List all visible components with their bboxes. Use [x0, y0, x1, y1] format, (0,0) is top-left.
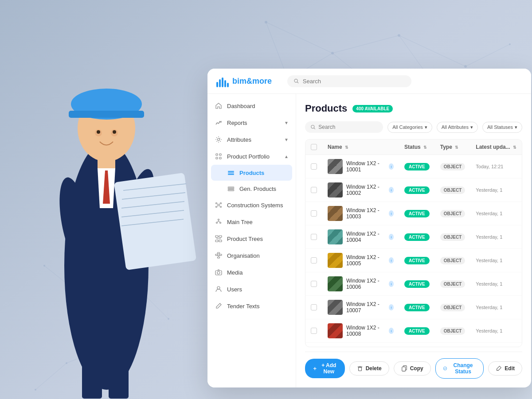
sidebar-item-product-portfolio[interactable]: Product Portfolio ▲ [207, 148, 296, 165]
logo-bar-1 [216, 82, 218, 87]
product-thumb-7 [328, 323, 343, 338]
row-name-6: Window 1X2 - 10007 i [322, 296, 399, 319]
row-select-checkbox-4[interactable] [311, 257, 317, 263]
row-checkbox-3[interactable] [305, 225, 322, 249]
svg-point-86 [220, 222, 221, 224]
row-checkbox-5[interactable] [305, 272, 322, 296]
add-new-button[interactable]: ＋ + Add New [305, 359, 345, 378]
svg-rect-70 [228, 173, 234, 174]
logo-bar-4 [224, 80, 226, 87]
svg-rect-92 [215, 240, 218, 242]
tree-icon [215, 218, 223, 226]
sidebar-item-construction-systems[interactable]: Construction Systems [207, 197, 296, 213]
row-select-checkbox-2[interactable] [311, 210, 317, 217]
product-search[interactable] [305, 121, 383, 133]
product-thumb-2 [328, 206, 343, 221]
sidebar-subitem-products[interactable]: Products [211, 165, 292, 181]
info-dot-0[interactable]: i [389, 163, 394, 170]
status-column-header[interactable]: Status ⇅ [399, 139, 435, 155]
global-search-input[interactable] [303, 78, 405, 85]
sidebar-label-reports: Reports [227, 120, 280, 126]
page-header: Products 400 AVAILABLE [305, 103, 522, 114]
row-select-checkbox-5[interactable] [311, 281, 317, 287]
main-panel: Products 400 AVAILABLE All Categories ▾ [296, 94, 531, 387]
svg-line-88 [217, 221, 219, 222]
sidebar-label-attributes: Attributes [227, 136, 280, 143]
table-row: Window 1X2 - 10004 i ACTIVE OBJECT Yeste… [305, 225, 522, 249]
info-dot-6[interactable]: i [389, 304, 394, 310]
copy-button[interactable]: Copy [394, 361, 431, 376]
edit-button[interactable]: Edit [488, 361, 522, 376]
name-cell-1: Window 1X2 - 10002 i [328, 182, 394, 198]
select-all-checkbox[interactable] [311, 144, 317, 150]
row-select-checkbox-0[interactable] [311, 163, 317, 170]
info-dot-3[interactable]: i [389, 234, 394, 240]
svg-line-63 [297, 82, 298, 83]
row-select-checkbox-1[interactable] [311, 187, 317, 193]
sidebar-item-organisation[interactable]: Organisation [207, 247, 296, 264]
row-checkbox-4[interactable] [305, 249, 322, 272]
attributes-filter[interactable]: All Attributes ▾ [437, 122, 478, 133]
name-column-header[interactable]: Name ⇅ [322, 139, 399, 155]
product-search-input[interactable] [318, 124, 378, 130]
product-thumb-5 [328, 276, 343, 291]
status-badge-6: ACTIVE [404, 304, 430, 311]
row-select-checkbox-6[interactable] [311, 304, 317, 310]
type-column-header[interactable]: Type ⇅ [435, 139, 471, 155]
row-checkbox-6[interactable] [305, 296, 322, 319]
type-badge-4: OBJECT [440, 257, 466, 264]
name-cell-4: Window 1X2 - 10005 i [328, 253, 394, 268]
row-updated-5: Yesterday, 1 [470, 272, 522, 296]
attributes-label: All Attributes [442, 124, 469, 130]
info-dot-2[interactable]: i [389, 210, 394, 217]
sidebar-item-main-tree[interactable]: Main Tree [207, 213, 296, 230]
sidebar-item-tender-texts[interactable]: Tender Texts [207, 298, 296, 314]
sidebar-label-media: Media [227, 269, 289, 276]
row-checkbox-1[interactable] [305, 178, 322, 202]
change-status-button[interactable]: Change Status [435, 358, 484, 379]
row-checkbox-0[interactable] [305, 155, 322, 178]
sidebar-item-attributes[interactable]: Attributes ▼ [207, 131, 296, 148]
svg-point-85 [216, 222, 218, 224]
info-dot-7[interactable]: i [389, 328, 394, 334]
row-select-checkbox-7[interactable] [311, 328, 317, 334]
statuses-label: All Statuses [487, 124, 513, 130]
svg-rect-98 [218, 252, 220, 254]
row-updated-1: Yesterday, 1 [470, 178, 522, 202]
sidebar-subitem-gen-products[interactable]: Gen. Products [207, 181, 296, 197]
info-dot-5[interactable]: i [389, 281, 394, 287]
logo-area: bim&more [216, 75, 287, 87]
row-checkbox-7[interactable] [305, 319, 322, 343]
sidebar-label-main-tree: Main Tree [227, 219, 289, 225]
sidebar-item-users[interactable]: Users [207, 281, 296, 298]
info-dot-1[interactable]: i [389, 187, 394, 193]
delete-button[interactable]: Delete [349, 361, 389, 376]
svg-point-78 [216, 206, 217, 208]
sidebar-item-product-trees[interactable]: Product Trees [207, 230, 296, 247]
svg-point-84 [218, 219, 219, 221]
categories-filter[interactable]: All Categories ▾ [387, 122, 432, 133]
product-portfolio-chevron: ▲ [284, 154, 289, 159]
row-name-1: Window 1X2 - 10002 i [322, 178, 399, 202]
sidebar-item-dashboard[interactable]: Dashboard [207, 97, 296, 114]
change-status-icon [443, 365, 447, 372]
name-cell-6: Window 1X2 - 10007 i [328, 300, 394, 315]
updated-column-header[interactable]: Latest upda... ⇅ [470, 139, 522, 155]
sidebar-item-reports[interactable]: Reports ▼ [207, 114, 296, 131]
products-table: Name ⇅ Status ⇅ Type ⇅ Latest upda... ⇅ [305, 139, 522, 347]
row-checkbox-2[interactable] [305, 202, 322, 225]
select-all-header[interactable] [305, 139, 322, 155]
table-row: Window 1X2 - 10005 i ACTIVE OBJECT Yeste… [305, 249, 522, 272]
row-select-checkbox-3[interactable] [311, 234, 317, 240]
statuses-filter[interactable]: All Statuses ▾ [482, 122, 522, 133]
table-header-row: Name ⇅ Status ⇅ Type ⇅ Latest upda... ⇅ [305, 139, 522, 155]
global-search[interactable] [287, 75, 411, 87]
sidebar-label-dashboard: Dashboard [227, 103, 289, 109]
info-dot-4[interactable]: i [389, 257, 394, 263]
product-trees-icon [215, 235, 223, 243]
row-name-7: Window 1X2 - 10008 i [322, 319, 399, 343]
sidebar-item-media[interactable]: Media [207, 264, 296, 281]
app-window: bim&more Dashboard [207, 69, 531, 387]
table-row: Window 1X2 - 10006 i ACTIVE OBJECT Yeste… [305, 272, 522, 296]
edit-icon [496, 365, 502, 372]
